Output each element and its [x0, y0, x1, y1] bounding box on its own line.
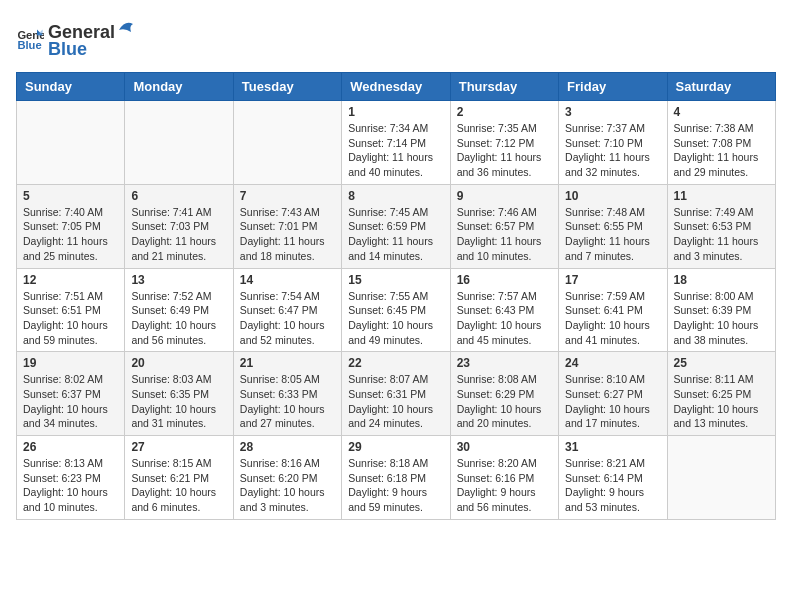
- day-number: 5: [23, 189, 118, 203]
- day-info: Sunrise: 7:35 AMSunset: 7:12 PMDaylight:…: [457, 121, 552, 180]
- logo-icon: General Blue: [16, 24, 44, 52]
- day-info: Sunrise: 8:00 AMSunset: 6:39 PMDaylight:…: [674, 289, 769, 348]
- day-info: Sunrise: 7:40 AMSunset: 7:05 PMDaylight:…: [23, 205, 118, 264]
- logo: General Blue General Blue: [16, 16, 137, 60]
- calendar-day-cell: 3Sunrise: 7:37 AMSunset: 7:10 PMDaylight…: [559, 101, 667, 185]
- calendar-day-cell: 24Sunrise: 8:10 AMSunset: 6:27 PMDayligh…: [559, 352, 667, 436]
- weekday-header: Tuesday: [233, 73, 341, 101]
- weekday-header-row: SundayMondayTuesdayWednesdayThursdayFrid…: [17, 73, 776, 101]
- day-number: 13: [131, 273, 226, 287]
- calendar-week-row: 1Sunrise: 7:34 AMSunset: 7:14 PMDaylight…: [17, 101, 776, 185]
- calendar-day-cell: [233, 101, 341, 185]
- day-info: Sunrise: 7:55 AMSunset: 6:45 PMDaylight:…: [348, 289, 443, 348]
- day-info: Sunrise: 7:48 AMSunset: 6:55 PMDaylight:…: [565, 205, 660, 264]
- weekday-header: Monday: [125, 73, 233, 101]
- day-info: Sunrise: 8:11 AMSunset: 6:25 PMDaylight:…: [674, 372, 769, 431]
- calendar-day-cell: 29Sunrise: 8:18 AMSunset: 6:18 PMDayligh…: [342, 436, 450, 520]
- calendar-day-cell: 20Sunrise: 8:03 AMSunset: 6:35 PMDayligh…: [125, 352, 233, 436]
- day-info: Sunrise: 7:51 AMSunset: 6:51 PMDaylight:…: [23, 289, 118, 348]
- day-number: 20: [131, 356, 226, 370]
- calendar-day-cell: 1Sunrise: 7:34 AMSunset: 7:14 PMDaylight…: [342, 101, 450, 185]
- day-info: Sunrise: 8:02 AMSunset: 6:37 PMDaylight:…: [23, 372, 118, 431]
- day-info: Sunrise: 8:15 AMSunset: 6:21 PMDaylight:…: [131, 456, 226, 515]
- calendar-day-cell: 12Sunrise: 7:51 AMSunset: 6:51 PMDayligh…: [17, 268, 125, 352]
- logo-bird-icon: [117, 16, 135, 38]
- calendar-day-cell: 2Sunrise: 7:35 AMSunset: 7:12 PMDaylight…: [450, 101, 558, 185]
- calendar-day-cell: 31Sunrise: 8:21 AMSunset: 6:14 PMDayligh…: [559, 436, 667, 520]
- day-number: 23: [457, 356, 552, 370]
- day-number: 30: [457, 440, 552, 454]
- day-number: 31: [565, 440, 660, 454]
- calendar-day-cell: 22Sunrise: 8:07 AMSunset: 6:31 PMDayligh…: [342, 352, 450, 436]
- calendar-day-cell: 30Sunrise: 8:20 AMSunset: 6:16 PMDayligh…: [450, 436, 558, 520]
- calendar-day-cell: 25Sunrise: 8:11 AMSunset: 6:25 PMDayligh…: [667, 352, 775, 436]
- calendar-week-row: 5Sunrise: 7:40 AMSunset: 7:05 PMDaylight…: [17, 184, 776, 268]
- calendar-day-cell: 11Sunrise: 7:49 AMSunset: 6:53 PMDayligh…: [667, 184, 775, 268]
- day-info: Sunrise: 7:43 AMSunset: 7:01 PMDaylight:…: [240, 205, 335, 264]
- day-info: Sunrise: 7:37 AMSunset: 7:10 PMDaylight:…: [565, 121, 660, 180]
- weekday-header: Sunday: [17, 73, 125, 101]
- day-number: 21: [240, 356, 335, 370]
- day-number: 19: [23, 356, 118, 370]
- calendar-day-cell: 10Sunrise: 7:48 AMSunset: 6:55 PMDayligh…: [559, 184, 667, 268]
- calendar-day-cell: 16Sunrise: 7:57 AMSunset: 6:43 PMDayligh…: [450, 268, 558, 352]
- day-number: 4: [674, 105, 769, 119]
- day-number: 8: [348, 189, 443, 203]
- day-info: Sunrise: 8:16 AMSunset: 6:20 PMDaylight:…: [240, 456, 335, 515]
- day-info: Sunrise: 7:41 AMSunset: 7:03 PMDaylight:…: [131, 205, 226, 264]
- day-info: Sunrise: 8:07 AMSunset: 6:31 PMDaylight:…: [348, 372, 443, 431]
- day-number: 18: [674, 273, 769, 287]
- calendar-week-row: 26Sunrise: 8:13 AMSunset: 6:23 PMDayligh…: [17, 436, 776, 520]
- day-number: 25: [674, 356, 769, 370]
- day-info: Sunrise: 8:10 AMSunset: 6:27 PMDaylight:…: [565, 372, 660, 431]
- calendar-day-cell: 15Sunrise: 7:55 AMSunset: 6:45 PMDayligh…: [342, 268, 450, 352]
- day-info: Sunrise: 8:05 AMSunset: 6:33 PMDaylight:…: [240, 372, 335, 431]
- calendar-day-cell: 21Sunrise: 8:05 AMSunset: 6:33 PMDayligh…: [233, 352, 341, 436]
- day-number: 17: [565, 273, 660, 287]
- day-number: 10: [565, 189, 660, 203]
- calendar-day-cell: 17Sunrise: 7:59 AMSunset: 6:41 PMDayligh…: [559, 268, 667, 352]
- calendar-day-cell: 28Sunrise: 8:16 AMSunset: 6:20 PMDayligh…: [233, 436, 341, 520]
- calendar-day-cell: [667, 436, 775, 520]
- day-info: Sunrise: 8:18 AMSunset: 6:18 PMDaylight:…: [348, 456, 443, 515]
- day-number: 29: [348, 440, 443, 454]
- day-info: Sunrise: 8:20 AMSunset: 6:16 PMDaylight:…: [457, 456, 552, 515]
- calendar-day-cell: 13Sunrise: 7:52 AMSunset: 6:49 PMDayligh…: [125, 268, 233, 352]
- day-number: 27: [131, 440, 226, 454]
- calendar-day-cell: [17, 101, 125, 185]
- calendar-day-cell: 5Sunrise: 7:40 AMSunset: 7:05 PMDaylight…: [17, 184, 125, 268]
- calendar-day-cell: 7Sunrise: 7:43 AMSunset: 7:01 PMDaylight…: [233, 184, 341, 268]
- svg-text:Blue: Blue: [17, 39, 41, 51]
- calendar-day-cell: 19Sunrise: 8:02 AMSunset: 6:37 PMDayligh…: [17, 352, 125, 436]
- day-info: Sunrise: 8:13 AMSunset: 6:23 PMDaylight:…: [23, 456, 118, 515]
- day-number: 14: [240, 273, 335, 287]
- day-number: 7: [240, 189, 335, 203]
- day-number: 6: [131, 189, 226, 203]
- day-number: 11: [674, 189, 769, 203]
- weekday-header: Thursday: [450, 73, 558, 101]
- day-info: Sunrise: 7:45 AMSunset: 6:59 PMDaylight:…: [348, 205, 443, 264]
- day-number: 16: [457, 273, 552, 287]
- day-info: Sunrise: 7:46 AMSunset: 6:57 PMDaylight:…: [457, 205, 552, 264]
- calendar-day-cell: 6Sunrise: 7:41 AMSunset: 7:03 PMDaylight…: [125, 184, 233, 268]
- calendar-day-cell: [125, 101, 233, 185]
- calendar-day-cell: 27Sunrise: 8:15 AMSunset: 6:21 PMDayligh…: [125, 436, 233, 520]
- day-info: Sunrise: 8:08 AMSunset: 6:29 PMDaylight:…: [457, 372, 552, 431]
- calendar-day-cell: 18Sunrise: 8:00 AMSunset: 6:39 PMDayligh…: [667, 268, 775, 352]
- day-number: 1: [348, 105, 443, 119]
- day-info: Sunrise: 7:52 AMSunset: 6:49 PMDaylight:…: [131, 289, 226, 348]
- day-number: 9: [457, 189, 552, 203]
- day-info: Sunrise: 7:59 AMSunset: 6:41 PMDaylight:…: [565, 289, 660, 348]
- day-info: Sunrise: 7:38 AMSunset: 7:08 PMDaylight:…: [674, 121, 769, 180]
- day-number: 12: [23, 273, 118, 287]
- day-info: Sunrise: 7:54 AMSunset: 6:47 PMDaylight:…: [240, 289, 335, 348]
- day-info: Sunrise: 8:21 AMSunset: 6:14 PMDaylight:…: [565, 456, 660, 515]
- day-number: 28: [240, 440, 335, 454]
- calendar-week-row: 19Sunrise: 8:02 AMSunset: 6:37 PMDayligh…: [17, 352, 776, 436]
- day-number: 2: [457, 105, 552, 119]
- calendar-week-row: 12Sunrise: 7:51 AMSunset: 6:51 PMDayligh…: [17, 268, 776, 352]
- day-number: 26: [23, 440, 118, 454]
- calendar-day-cell: 26Sunrise: 8:13 AMSunset: 6:23 PMDayligh…: [17, 436, 125, 520]
- day-info: Sunrise: 7:57 AMSunset: 6:43 PMDaylight:…: [457, 289, 552, 348]
- calendar-day-cell: 8Sunrise: 7:45 AMSunset: 6:59 PMDaylight…: [342, 184, 450, 268]
